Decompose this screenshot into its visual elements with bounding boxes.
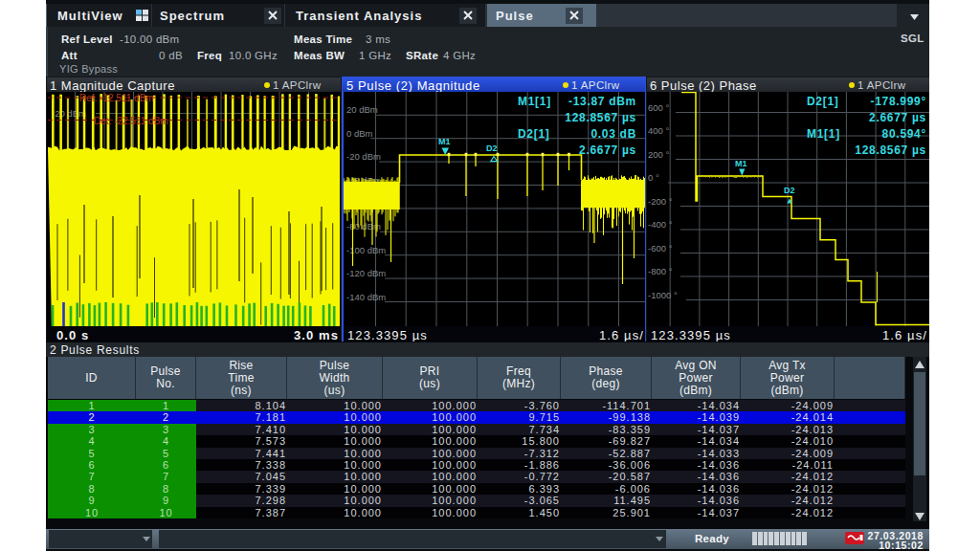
svg-text:0 °: 0 °	[648, 172, 659, 183]
svg-text:-400 °: -400 °	[648, 219, 673, 230]
svg-text:200 °: 200 °	[648, 149, 669, 160]
svg-text:D2: D2	[486, 143, 498, 153]
svg-text:400 °: 400 °	[648, 125, 669, 136]
svg-text:-140 dBm: -140 dBm	[346, 292, 386, 302]
svg-text:20 dBm: 20 dBm	[346, 104, 378, 115]
svg-text:M1: M1	[438, 137, 451, 146]
svg-text:-120 dBm: -120 dBm	[346, 268, 386, 278]
svg-text:Ref. -12.511 dBm: Ref. -12.511 dBm	[79, 93, 154, 103]
svg-text:-800 °: -800 °	[648, 266, 673, 276]
svg-text:-600 °: -600 °	[648, 243, 673, 253]
svg-text:0 dBm: 0 dBm	[346, 128, 373, 139]
svg-text:-200 °: -200 °	[648, 196, 673, 207]
svg-text:M1: M1	[735, 159, 747, 168]
svg-text:-20 dBm: -20 dBm	[52, 108, 86, 119]
svg-text:Det. -22.511 dBm: Det. -22.511 dBm	[94, 116, 168, 126]
svg-text:-20 dBm: -20 dBm	[346, 151, 381, 162]
svg-text:D2: D2	[784, 186, 795, 195]
svg-text:600 °: 600 °	[648, 102, 669, 113]
svg-text:-1000 °: -1000 °	[648, 290, 678, 300]
